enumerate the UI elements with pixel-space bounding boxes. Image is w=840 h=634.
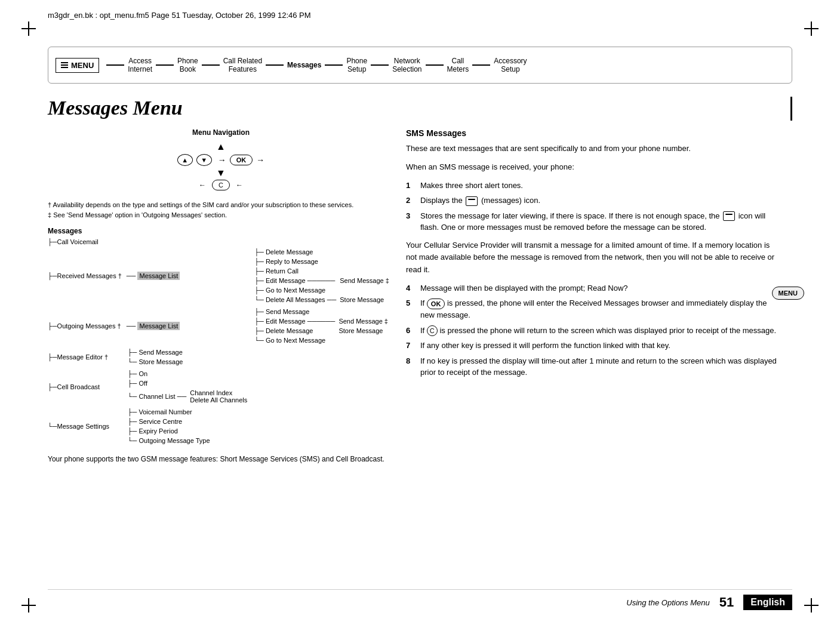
- nav-sep-7: [426, 64, 444, 66]
- tree-cell-broadcast: Cell Broadcast: [57, 368, 122, 406]
- page-number: 51: [719, 595, 734, 610]
- nav-phone-book[interactable]: PhoneBook: [177, 57, 198, 74]
- tree-message-settings: Message Settings: [57, 406, 122, 447]
- sms-item-6: 6 If C is pressed the phone will return …: [406, 325, 780, 337]
- sms-item-2-text: Displays the (messages) icon.: [420, 195, 540, 207]
- corner-mark-tr: [804, 21, 819, 36]
- sms-item-5: 5 If OK is pressed, the phone will enter…: [406, 297, 780, 321]
- title-vline: [790, 97, 792, 121]
- footer-lang: English: [743, 595, 792, 610]
- page-title: Messages Menu: [48, 97, 183, 119]
- c-key[interactable]: C: [212, 180, 230, 190]
- nav-sep-5: [325, 64, 343, 66]
- nav-bar: MENU AccessInternet PhoneBook Call Relat…: [48, 47, 792, 84]
- left-column: Menu Navigation ▲ ▲ ▼ → OK → ▼ ← C ← † A…: [48, 128, 394, 586]
- ok-key[interactable]: OK: [230, 155, 253, 165]
- sms-para1: Your Cellular Service Provider will tran…: [406, 239, 780, 276]
- messages-icon-2: [723, 211, 735, 221]
- footer: Using the Options Menu 51 English: [48, 589, 792, 610]
- sms-item-6-text: If C is pressed the phone will return to…: [420, 325, 776, 337]
- sms-intro1: These are text messages that are sent sp…: [406, 143, 780, 155]
- tree-outgoing-messages: Outgoing Messages †: [57, 306, 122, 346]
- sms-numbered-list-2: 4 Message will then be displayed with th…: [406, 282, 780, 378]
- nav-diagram-title: Menu Navigation: [48, 128, 394, 137]
- corner-mark-br: [804, 598, 819, 613]
- tree-row-editor: ├─ Message Editor † ├─ Send Message └─ S…: [48, 346, 390, 368]
- diagram-desc: Your phone supports the two GSM message …: [48, 454, 394, 464]
- corner-mark-bl: [21, 598, 36, 613]
- nav-sep-4: [266, 64, 284, 66]
- tree-received-messages: Received Messages †: [57, 246, 122, 306]
- editor-submenu: ├─ Send Message └─ Store Message: [127, 347, 184, 367]
- menu-icon: [61, 62, 68, 68]
- sms-item-8-text: If no key is pressed the display will ti…: [420, 355, 780, 378]
- sms-item-2: 2 Displays the (messages) icon.: [406, 195, 780, 207]
- nav-sep-3: [202, 64, 220, 66]
- outgoing-submenu: ├─ Send Message ├─ Edit Message ──────Se…: [253, 306, 389, 346]
- file-info: m3gdr_en.bk : opt_menu.fm5 Page 51 Tuesd…: [48, 11, 311, 20]
- received-submenu: ├─ Delete Message ├─ Reply to Message ├─…: [253, 247, 390, 305]
- note-dagger2: ‡ See 'Send Message' option in 'Outgoing…: [48, 210, 394, 220]
- nav-sep-6: [371, 64, 389, 66]
- sms-item-1: 1 Makes three short alert tones.: [406, 180, 780, 192]
- tree-message-editor: Message Editor †: [57, 346, 122, 368]
- nav-network-selection[interactable]: NetworkSelection: [392, 57, 421, 74]
- sms-item-3-text: Stores the message for later viewing, if…: [420, 210, 780, 233]
- up-key[interactable]: ▲: [177, 154, 193, 166]
- messages-icon: [466, 196, 478, 206]
- sms-item-3: 3 Stores the message for later viewing, …: [406, 210, 780, 233]
- menu-btn-side-label: MENU: [779, 290, 798, 297]
- nav-call-meters[interactable]: CallMeters: [447, 57, 469, 74]
- nav-sep-8: [472, 64, 490, 66]
- sms-numbered-list: 1 Makes three short alert tones. 2 Displ…: [406, 180, 780, 233]
- sms-item-7: 7 If any other key is pressed it will pe…: [406, 340, 780, 352]
- nav-call-related[interactable]: Call RelatedFeatures: [223, 57, 262, 74]
- corner-mark-tl: [21, 21, 36, 36]
- sms-section-title: SMS Messages: [406, 128, 780, 138]
- nav-accessory-setup[interactable]: AccessorySetup: [494, 57, 527, 74]
- tree-row-outgoing: ├─ Outgoing Messages † ── Message List ├…: [48, 306, 390, 346]
- tree-table: ├─ Call Voicemail ├─ Received Messages †…: [48, 238, 390, 447]
- sms-item-5-text: If OK is pressed, the phone will enter t…: [420, 297, 780, 321]
- nav-messages[interactable]: Messages: [287, 61, 321, 69]
- footer-text: Using the Options Menu: [626, 598, 709, 607]
- note-dagger1: † Availability depends on the type and s…: [48, 200, 394, 210]
- menu-btn-side[interactable]: MENU: [772, 287, 804, 300]
- sms-item-8: 8 If no key is pressed the display will …: [406, 355, 780, 378]
- outgoing-highlight: Message List: [137, 322, 180, 330]
- tree-root: Messages: [48, 227, 394, 235]
- nav-sep-1: [106, 64, 124, 66]
- footer-right: Using the Options Menu 51 English: [626, 595, 792, 610]
- menu-box: MENU: [56, 58, 99, 73]
- ok-inline: OK: [427, 298, 445, 310]
- tree-row-broadcast: ├─ Cell Broadcast ├─ On ├─ Off └─ Channe…: [48, 368, 390, 406]
- menu-label: MENU: [71, 61, 94, 70]
- sms-item-7-text: If any other key is pressed it will perf…: [420, 340, 670, 352]
- sms-item-4: 4 Message will then be displayed with th…: [406, 282, 780, 294]
- c-inline: C: [427, 325, 438, 336]
- nav-phone-setup[interactable]: PhoneSetup: [346, 57, 367, 74]
- tree-call-voicemail: Call Voicemail: [57, 238, 122, 246]
- settings-submenu: ├─ Voicemail Number ├─ Service Centre ├─…: [127, 407, 211, 446]
- nav-sep-2: [156, 64, 174, 66]
- right-column: SMS Messages These are text messages tha…: [406, 128, 780, 586]
- tree-row-voicemail: ├─ Call Voicemail: [48, 238, 390, 246]
- diagram-notes: † Availability depends on the type and s…: [48, 200, 394, 220]
- nav-access-internet[interactable]: AccessInternet: [128, 57, 152, 74]
- sms-item-4-text: Message will then be displayed with the …: [420, 282, 628, 294]
- nav-diagram: Menu Navigation ▲ ▲ ▼ → OK → ▼ ← C ←: [48, 128, 394, 190]
- broadcast-submenu: ├─ On ├─ Off └─ Channel List ──Channel I…: [127, 368, 248, 405]
- tree-diagram: Messages ├─ Call Voicemail ├─ Received M…: [48, 227, 394, 447]
- sms-intro2: When an SMS message is received, your ph…: [406, 161, 780, 174]
- received-highlight: Message List: [137, 272, 180, 280]
- tree-row-received: ├─ Received Messages † ── Message List ├…: [48, 246, 390, 306]
- tree-row-settings: └─ Message Settings ├─ Voicemail Number …: [48, 406, 390, 447]
- down-key[interactable]: ▼: [196, 154, 212, 166]
- sms-item-1-text: Makes three short alert tones.: [420, 180, 523, 192]
